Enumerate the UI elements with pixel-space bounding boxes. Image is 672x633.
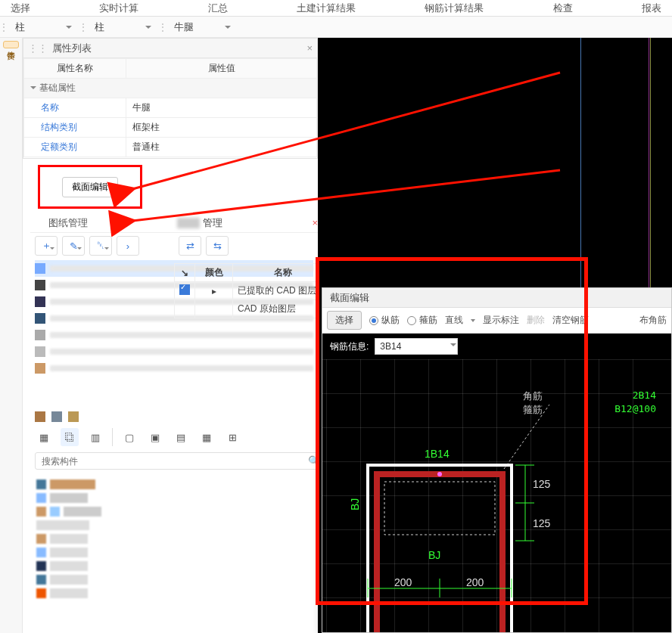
tab-select[interactable]: 选择: [0, 0, 41, 16]
top-bar-label: 1B14: [425, 448, 450, 460]
show-annot-link[interactable]: 显示标注: [483, 314, 519, 327]
left-pill[interactable]: 费体: [3, 41, 19, 48]
list-item[interactable]: [35, 343, 313, 360]
grip-icon: [79, 22, 87, 33]
tab-report[interactable]: 报表: [631, 0, 672, 16]
prop-value[interactable]: 普通柱: [126, 138, 317, 157]
radio-longitudinal[interactable]: 纵筋: [369, 314, 400, 327]
mode-c-icon[interactable]: ▤: [172, 428, 190, 446]
cad-layer-panel: 管理 × ⇄ ⇆ ↘ 颜色 名称 ▸ 已提取的 CAD 图层 CAD 原始: [174, 213, 333, 318]
prop-row[interactable]: 定额类别 普通柱: [24, 138, 317, 157]
mode-e-icon[interactable]: ⊞: [223, 428, 241, 446]
mode-b-icon[interactable]: ▣: [146, 428, 164, 446]
group-label: 基础属性: [39, 82, 76, 93]
tab-rebar[interactable]: 钢筋计算结果: [414, 0, 494, 16]
prop-name: 定额类别: [24, 138, 126, 157]
line-link[interactable]: 直线: [445, 314, 463, 327]
dim-125a: 125: [533, 478, 551, 490]
tool-b[interactable]: ⇆: [206, 236, 229, 256]
bj-v: BJ: [349, 498, 361, 510]
section-svg: 1B14 BJ BJ 125 125 200 200: [322, 359, 671, 632]
svg-point-14: [437, 472, 442, 476]
property-table: 属性名称 属性值 基础属性 名称 牛腿 结构类别 框架柱 定额类别 普通柱: [23, 58, 317, 157]
rebar-info-label: 钢筋信息:: [330, 340, 369, 353]
tab-soil[interactable]: 土建计算结果: [286, 0, 366, 16]
copy-icon[interactable]: ⿻: [61, 428, 79, 446]
new-icon[interactable]: ▦: [35, 428, 53, 446]
combo-category-1[interactable]: 柱: [8, 18, 79, 36]
search-field[interactable]: [42, 456, 308, 467]
delete-link[interactable]: 删除: [527, 314, 545, 327]
col-visible: ↘: [175, 264, 195, 282]
property-panel: ⋮⋮ 属性列表 × 属性名称 属性值 基础属性 名称 牛腿 结构类别 框架: [23, 38, 318, 159]
col-name: 属性名称: [24, 59, 126, 79]
delete-button[interactable]: ␡: [89, 236, 112, 256]
component-gallery: × ▦ ⿻ ▥ ▢ ▣ ▤ ▦ ⊞ 🔍: [30, 408, 331, 605]
prop-name: 名称: [24, 98, 126, 118]
section-edit-box: 截面编辑: [38, 165, 142, 209]
list-item[interactable]: [35, 360, 313, 377]
select-button[interactable]: 选择: [327, 311, 362, 330]
mode-a-icon[interactable]: ▢: [120, 428, 138, 446]
cad-panel-title: 管理: [203, 216, 222, 230]
section-edit-button[interactable]: 截面编辑: [62, 177, 118, 197]
tab-bar: 选择 实时计算 汇总 土建计算结果 钢筋计算结果 检查 报表: [0, 0, 672, 17]
more-button[interactable]: ›: [117, 236, 139, 256]
combo-category-2[interactable]: 柱: [87, 18, 159, 36]
left-rail: 费体: [0, 38, 23, 633]
property-panel-title: 属性列表: [52, 42, 306, 55]
cad-layer-table: ↘ 颜色 名称 ▸ 已提取的 CAD 图层 CAD 原始图层: [174, 263, 333, 318]
col-value: 属性值: [126, 59, 317, 79]
grip-icon: ⋮⋮: [28, 42, 48, 54]
svg-line-2: [504, 405, 549, 469]
section-canvas[interactable]: 角筋 箍筋 2B14 B12@100 1B14 BJ BJ 125 1: [322, 359, 671, 632]
selector-row: 柱 柱 牛腿: [0, 17, 672, 38]
rebar-info-input[interactable]: [375, 338, 458, 355]
prop-name: 结构类别: [24, 118, 126, 138]
prop-row[interactable]: 名称 牛腿: [24, 98, 317, 118]
grip-icon: [0, 22, 8, 33]
radio-stirrup[interactable]: 箍筋: [407, 314, 437, 327]
prop-group[interactable]: 基础属性: [24, 79, 317, 98]
layout-icon[interactable]: ▥: [86, 428, 104, 446]
tab-summary[interactable]: 汇总: [198, 0, 238, 16]
tool-a[interactable]: ⇄: [179, 236, 201, 256]
mid-column: ⋮⋮ 属性列表 × 属性名称 属性值 基础属性 名称 牛腿 结构类别 框架: [23, 38, 318, 633]
list-item[interactable]: [35, 327, 313, 343]
corner-rebar-link[interactable]: 布角筋: [639, 314, 667, 327]
edit-button[interactable]: ✎: [62, 236, 85, 256]
dim-125b: 125: [533, 517, 551, 529]
tab-realtime[interactable]: 实时计算: [89, 0, 149, 16]
bj-h: BJ: [428, 549, 440, 561]
prop-value[interactable]: 牛腿: [126, 98, 317, 118]
mode-d-icon[interactable]: ▦: [198, 428, 216, 446]
dim-200a: 200: [394, 576, 412, 588]
grip-icon: [159, 22, 166, 33]
clear-link[interactable]: 清空钢筋: [552, 314, 589, 327]
tab-check[interactable]: 检查: [543, 0, 583, 16]
prop-value[interactable]: 框架柱: [126, 118, 317, 138]
close-icon[interactable]: ×: [306, 42, 313, 54]
dim-200b: 200: [466, 576, 484, 588]
section-edit-dialog: 截面编辑 选择 纵筋 箍筋 直线 显示标注 删除 清空钢筋 布角筋 钢筋信息: …: [322, 287, 672, 633]
table-row[interactable]: ▸ 已提取的 CAD 图层: [175, 282, 333, 300]
col-color: 颜色: [195, 264, 233, 282]
svg-rect-5: [384, 482, 495, 535]
prop-row[interactable]: 结构类别 框架柱: [24, 118, 317, 138]
table-row[interactable]: CAD 原始图层: [175, 300, 333, 318]
checkbox-icon[interactable]: [179, 284, 190, 295]
combo-category-3[interactable]: 牛腿: [166, 18, 238, 36]
add-button[interactable]: ＋: [35, 236, 58, 256]
search-input[interactable]: 🔍: [35, 452, 327, 470]
dialog-title: 截面编辑: [322, 288, 671, 308]
